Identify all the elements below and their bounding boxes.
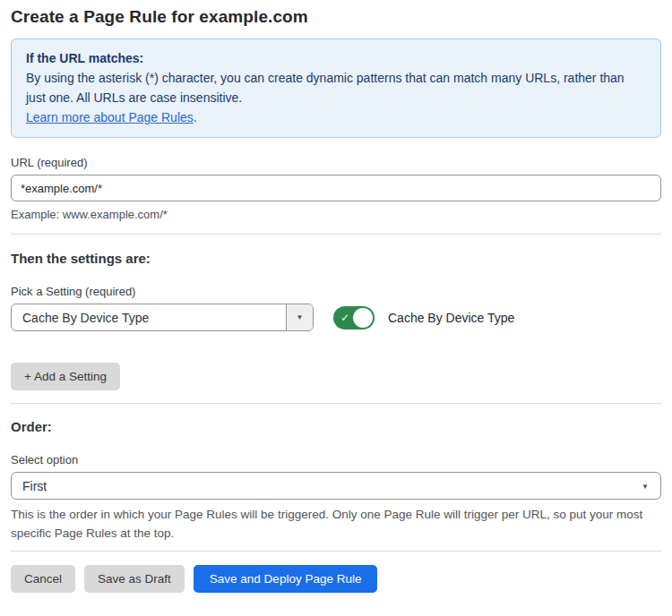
url-match-info-box: If the URL matches: By using the asteris… — [11, 38, 661, 138]
pick-setting-label: Pick a Setting (required) — [11, 285, 661, 298]
order-section-heading: Order: — [11, 419, 661, 434]
url-input[interactable] — [11, 175, 661, 201]
setting-select[interactable]: Cache By Device Type ▼ — [11, 304, 314, 331]
save-and-deploy-button[interactable]: Save and Deploy Page Rule — [194, 565, 378, 593]
info-box-body: By using the asterisk (*) character, you… — [26, 68, 646, 107]
link-suffix: . — [194, 110, 197, 124]
check-icon: ✓ — [340, 312, 349, 323]
divider — [11, 403, 661, 404]
divider — [11, 551, 661, 552]
setting-row: Cache By Device Type ▼ ✓ Cache By Device… — [11, 304, 661, 331]
page-title: Create a Page Rule for example.com — [11, 7, 661, 27]
settings-section-heading: Then the settings are: — [11, 251, 661, 266]
divider — [11, 234, 661, 235]
chevron-down-icon: ▼ — [642, 482, 649, 490]
chevron-down-icon[interactable]: ▼ — [286, 304, 313, 330]
order-select-label: Select option — [11, 453, 661, 466]
order-select[interactable]: First ▼ — [11, 472, 661, 500]
toggle-label: Cache By Device Type — [388, 311, 514, 325]
url-helper-text: Example: www.example.com/* — [11, 208, 661, 221]
save-as-draft-button[interactable]: Save as Draft — [84, 565, 185, 593]
cancel-button[interactable]: Cancel — [11, 565, 75, 593]
learn-more-link[interactable]: Learn more about Page Rules — [26, 110, 194, 124]
order-select-value: First — [22, 479, 47, 493]
order-helper-text: This is the order in which your Page Rul… — [11, 505, 656, 543]
setting-select-value: Cache By Device Type — [12, 304, 286, 330]
url-field-label: URL (required) — [11, 156, 661, 169]
create-page-rule-form: Create a Page Rule for example.com If th… — [0, 0, 672, 593]
toggle-knob — [353, 308, 373, 328]
info-box-link-line: Learn more about Page Rules. — [26, 107, 646, 127]
cache-by-device-type-toggle[interactable]: ✓ — [333, 306, 375, 329]
add-setting-button[interactable]: + Add a Setting — [11, 363, 120, 390]
footer-buttons: Cancel Save as Draft Save and Deploy Pag… — [11, 565, 661, 593]
info-box-heading: If the URL matches: — [26, 48, 646, 68]
